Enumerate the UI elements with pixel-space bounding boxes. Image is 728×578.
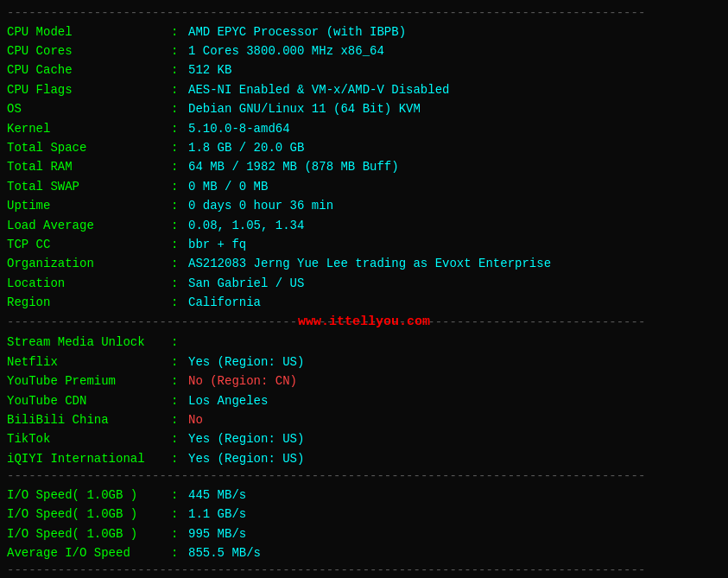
tcp-cc-value: bbr + fq [188, 235, 246, 254]
os-label: OS [7, 99, 171, 118]
cpu-flags-row: CPU Flags : AES-NI Enabled & VM-x/AMD-V … [7, 80, 721, 99]
youtube-cdn-label: YouTube CDN [7, 391, 171, 410]
io-speed1-label: I/O Speed( 1.0GB ) [7, 486, 171, 505]
location-row: Location : San Gabriel / US [7, 274, 721, 293]
total-space-label: Total Space [7, 138, 171, 157]
org-label: Organization [7, 254, 171, 273]
youtube-premium-value: No (Region: CN) [188, 372, 297, 391]
uptime-row: Uptime : 0 days 0 hour 36 min [7, 196, 721, 215]
io-speed1-row: I/O Speed( 1.0GB ) : 445 MB/s [7, 486, 721, 505]
region-row: Region : California [7, 293, 721, 312]
cpu-flags-label: CPU Flags [7, 80, 171, 99]
io-speed1-value: 445 MB/s [188, 486, 246, 505]
uptime-value: 0 days 0 hour 36 min [188, 196, 333, 215]
total-ram-value: 64 MB / 1982 MB (878 MB Buff) [188, 157, 399, 176]
total-ram-row: Total RAM : 64 MB / 1982 MB (878 MB Buff… [7, 157, 721, 176]
divider-io-end: ----------------------------------------… [7, 562, 721, 578]
cpu-cache-label: CPU Cache [7, 60, 171, 79]
tcp-cc-row: TCP CC : bbr + fq [7, 235, 721, 254]
watermark: www.ittellyou.com [298, 314, 430, 331]
youtube-premium-row: YouTube Premium : No (Region: CN) [7, 372, 721, 391]
total-ram-label: Total RAM [7, 157, 171, 176]
tiktok-label: TikTok [7, 429, 171, 448]
youtube-premium-label: YouTube Premium [7, 372, 171, 391]
org-row: Organization : AS212083 Jerng Yue Lee tr… [7, 254, 721, 273]
total-swap-value: 0 MB / 0 MB [188, 177, 268, 196]
cpu-flags-value: AES-NI Enabled & VM-x/AMD-V Disabled [188, 80, 449, 99]
total-space-value: 1.8 GB / 20.0 GB [188, 138, 304, 157]
netflix-row: Netflix : Yes (Region: US) [7, 353, 721, 372]
cpu-cache-value: 512 KB [188, 60, 231, 79]
kernel-label: Kernel [7, 119, 171, 138]
cpu-model-label: CPU Model [7, 22, 171, 41]
cpu-model-value: AMD EPYC Processor (with IBPB) [188, 22, 406, 41]
os-value: Debian GNU/Linux 11 (64 Bit) KVM [188, 99, 421, 118]
cpu-model-row: CPU Model : AMD EPYC Processor (with IBP… [7, 22, 721, 41]
netflix-value: Yes (Region: US) [188, 353, 304, 372]
cpu-cores-label: CPU Cores [7, 41, 171, 60]
load-avg-row: Load Average : 0.08, 1.05, 1.34 [7, 216, 721, 235]
region-label: Region [7, 293, 171, 312]
io-speed2-label: I/O Speed( 1.0GB ) [7, 505, 171, 524]
io-speed3-row: I/O Speed( 1.0GB ) : 995 MB/s [7, 524, 721, 543]
region-value: California [188, 293, 261, 312]
iqiyi-label: iQIYI International [7, 449, 171, 468]
io-avg-value: 855.5 MB/s [188, 543, 261, 562]
youtube-cdn-value: Los Angeles [188, 391, 268, 410]
kernel-row: Kernel : 5.10.0-8-amd64 [7, 119, 721, 138]
kernel-value: 5.10.0-8-amd64 [188, 119, 290, 138]
os-row: OS : Debian GNU/Linux 11 (64 Bit) KVM [7, 99, 721, 118]
stream-title-label: Stream Media Unlock [7, 333, 171, 352]
io-speed3-value: 995 MB/s [188, 524, 246, 543]
location-value: San Gabriel / US [188, 274, 304, 293]
stream-section: Stream Media Unlock : Netflix : Yes (Reg… [7, 333, 721, 485]
io-speed2-row: I/O Speed( 1.0GB ) : 1.1 GB/s [7, 505, 721, 524]
total-space-row: Total Space : 1.8 GB / 20.0 GB [7, 138, 721, 157]
iqiyi-value: Yes (Region: US) [188, 449, 304, 468]
youtube-cdn-row: YouTube CDN : Los Angeles [7, 391, 721, 410]
io-speed3-label: I/O Speed( 1.0GB ) [7, 524, 171, 543]
io-avg-label: Average I/O Speed [7, 543, 171, 562]
divider-stream-end: ----------------------------------------… [7, 468, 721, 486]
io-section: I/O Speed( 1.0GB ) : 445 MB/s I/O Speed(… [7, 486, 721, 578]
load-avg-value: 0.08, 1.05, 1.34 [188, 216, 304, 235]
cpu-cores-value: 1 Cores 3800.000 MHz x86_64 [188, 41, 384, 60]
load-avg-label: Load Average [7, 216, 171, 235]
tiktok-value: Yes (Region: US) [188, 429, 304, 448]
divider-top: ----------------------------------------… [7, 5, 721, 22]
bilibili-row: BiliBili China : No [7, 410, 721, 429]
tcp-cc-label: TCP CC [7, 235, 171, 254]
uptime-label: Uptime [7, 196, 171, 215]
iqiyi-row: iQIYI International : Yes (Region: US) [7, 449, 721, 468]
tiktok-row: TikTok : Yes (Region: US) [7, 429, 721, 448]
io-speed2-value: 1.1 GB/s [188, 505, 246, 524]
watermark-divider-row: ----------------------------------------… [7, 314, 721, 331]
location-label: Location [7, 274, 171, 293]
cpu-cache-row: CPU Cache : 512 KB [7, 60, 721, 79]
cpu-cores-row: CPU Cores : 1 Cores 3800.000 MHz x86_64 [7, 41, 721, 60]
netflix-label: Netflix [7, 353, 171, 372]
io-avg-row: Average I/O Speed : 855.5 MB/s [7, 543, 721, 562]
stream-title-row: Stream Media Unlock : [7, 333, 721, 352]
org-value: AS212083 Jerng Yue Lee trading as Evoxt … [188, 254, 551, 273]
system-section: ----------------------------------------… [7, 5, 721, 312]
total-swap-row: Total SWAP : 0 MB / 0 MB [7, 177, 721, 196]
bilibili-value: No [188, 410, 203, 429]
total-swap-label: Total SWAP [7, 177, 171, 196]
bilibili-label: BiliBili China [7, 410, 171, 429]
